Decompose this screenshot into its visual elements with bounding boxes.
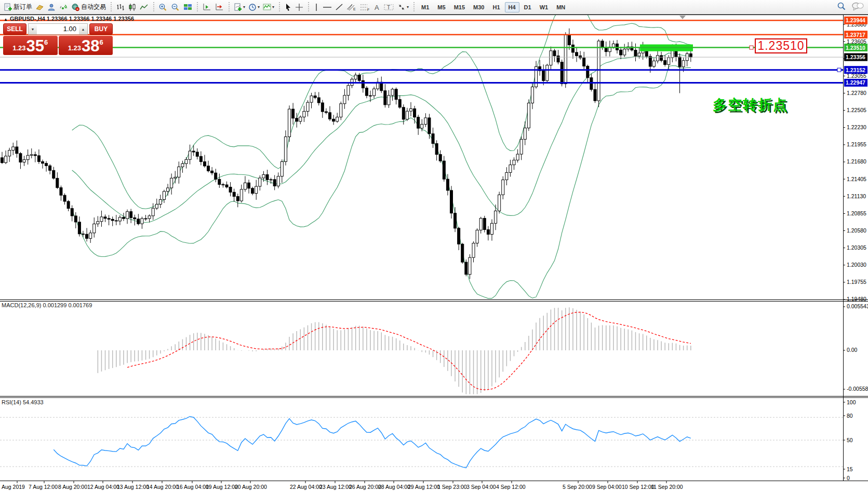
profiles-dropdown[interactable]: ▾ xyxy=(247,1,261,13)
bull-candle xyxy=(288,109,291,136)
timeframe-m15[interactable]: M15 xyxy=(450,2,469,12)
bear-candle xyxy=(211,171,213,173)
bear-candle xyxy=(199,156,202,161)
bull-candle xyxy=(502,180,504,195)
bull-candle xyxy=(148,216,151,218)
rsi-scale-label: 50 xyxy=(847,437,853,443)
bull-candle xyxy=(259,178,261,186)
bear-candle xyxy=(439,155,442,161)
timeframe-h4[interactable]: H4 xyxy=(505,2,519,12)
chart-shift-button[interactable] xyxy=(201,1,213,13)
indicators-dropdown[interactable]: ▾ xyxy=(261,1,276,13)
fibonacci-tool[interactable]: F xyxy=(358,1,372,13)
macd-panel[interactable] xyxy=(98,307,690,394)
bear-candle xyxy=(358,75,360,81)
bear-candle xyxy=(395,89,397,100)
trendline-tool[interactable] xyxy=(333,1,345,13)
cursor-tool-button[interactable] xyxy=(283,1,293,13)
bear-candle xyxy=(428,118,431,134)
bear-candle xyxy=(689,53,692,57)
candlestick-type-button[interactable] xyxy=(126,1,138,13)
timeframe-m1[interactable]: M1 xyxy=(418,2,433,12)
time-axis[interactable]: Aug 20197 Aug 12:008 Aug 20:0012 Aug 04:… xyxy=(2,481,683,490)
bull-candle xyxy=(550,51,552,65)
price-tick-label: 1.21405 xyxy=(847,176,866,182)
bear-candle xyxy=(443,161,445,179)
bar-chart-type-button[interactable] xyxy=(114,1,126,13)
bull-candle xyxy=(178,167,180,177)
blue-line-handle[interactable] xyxy=(837,68,841,72)
line-chart-type-button[interactable] xyxy=(138,1,150,13)
bear-candle xyxy=(67,201,70,209)
toolbar-right-icons xyxy=(837,2,864,11)
arrows-dropdown[interactable]: ▾ xyxy=(396,1,410,13)
rsi-scale-label: 15 xyxy=(847,466,853,472)
rsi-indicator-readout: RSI(14) 54.4933 xyxy=(2,399,44,405)
horizontal-line-tool[interactable] xyxy=(321,1,333,13)
bull-candle xyxy=(343,95,346,104)
crosshair-tool-button[interactable] xyxy=(293,1,305,13)
zoom-out-button[interactable] xyxy=(169,1,182,13)
price-tick-label: 1.20030 xyxy=(847,262,866,268)
bull-candle xyxy=(531,87,533,103)
text-label-tool[interactable]: T xyxy=(382,1,396,13)
bear-candle xyxy=(553,51,556,56)
zoom-in-button[interactable] xyxy=(157,1,169,13)
new-chart-dropdown[interactable]: ▾ xyxy=(232,1,247,13)
bear-candle xyxy=(634,50,637,56)
bull-candle xyxy=(97,222,99,224)
search-icon[interactable] xyxy=(837,2,846,11)
signals-button[interactable] xyxy=(58,1,70,13)
chart-shift-marker[interactable] xyxy=(679,16,686,19)
timeframe-h1[interactable]: H1 xyxy=(489,2,503,12)
timeframe-m5[interactable]: M5 xyxy=(434,2,449,12)
chat-icon[interactable] xyxy=(851,2,864,11)
auto-scroll-button[interactable] xyxy=(213,1,225,13)
ohlc-bars-icon xyxy=(116,3,125,11)
timeframe-mn[interactable]: MN xyxy=(553,2,569,12)
bear-candle xyxy=(458,228,460,244)
bull-candle xyxy=(303,111,305,117)
cursor-icon xyxy=(284,3,292,11)
vertical-line-tool[interactable] xyxy=(312,1,321,13)
bull-candle xyxy=(340,104,342,117)
time-tick-label: 26 Aug 20:00 xyxy=(349,484,381,490)
buy-price-display[interactable]: 1.23 38 6 xyxy=(59,36,113,55)
timeframe-w1[interactable]: W1 xyxy=(536,2,552,12)
clock-icon xyxy=(248,3,257,11)
bear-candle xyxy=(16,147,18,154)
sell-button[interactable]: SELL xyxy=(3,23,26,35)
svg-text:1.23944: 1.23944 xyxy=(846,17,865,23)
time-tick-label: 23 Aug 12:00 xyxy=(319,484,352,490)
text-label-icon: T xyxy=(384,3,394,11)
bear-candle xyxy=(576,52,578,56)
bull-candle xyxy=(30,155,33,155)
timeframe-m30[interactable]: M30 xyxy=(470,2,488,12)
svg-text:1.23510: 1.23510 xyxy=(846,45,865,51)
tile-windows-button[interactable] xyxy=(182,1,194,13)
rsi-panel[interactable] xyxy=(0,416,843,468)
accounts-button[interactable] xyxy=(46,1,58,13)
buy-button[interactable]: BUY xyxy=(89,23,113,35)
bear-candle xyxy=(678,57,681,67)
price-level-label[interactable]: 1.23510 xyxy=(755,38,807,53)
bull-candle xyxy=(244,183,246,189)
new-order-button[interactable]: 新订单 xyxy=(2,1,34,13)
chart-canvas[interactable]: 1.238801.236051.233301.230551.227801.225… xyxy=(0,0,868,492)
bear-candle xyxy=(664,61,666,65)
bear-candle xyxy=(568,35,570,45)
turning-point-annotation[interactable]: 多空转折点 xyxy=(713,95,788,114)
market-watch-button[interactable] xyxy=(34,1,46,13)
new-order-icon xyxy=(4,3,12,11)
toolbar-separator xyxy=(109,2,113,12)
timeframe-d1[interactable]: D1 xyxy=(520,2,535,12)
channel-tool[interactable]: E xyxy=(345,1,358,13)
bear-candle xyxy=(104,217,106,218)
sell-price-display[interactable]: 1.23 35 6 xyxy=(3,36,58,55)
volume-input[interactable]: 1.00 xyxy=(37,24,79,34)
text-tool[interactable]: A xyxy=(372,1,382,13)
volume-decrease-button[interactable]: ▼ xyxy=(29,24,37,34)
green-line-handle[interactable] xyxy=(750,46,753,49)
auto-trading-button[interactable]: 自动交易 xyxy=(70,1,108,13)
volume-increase-button[interactable]: ▲ xyxy=(79,24,87,34)
